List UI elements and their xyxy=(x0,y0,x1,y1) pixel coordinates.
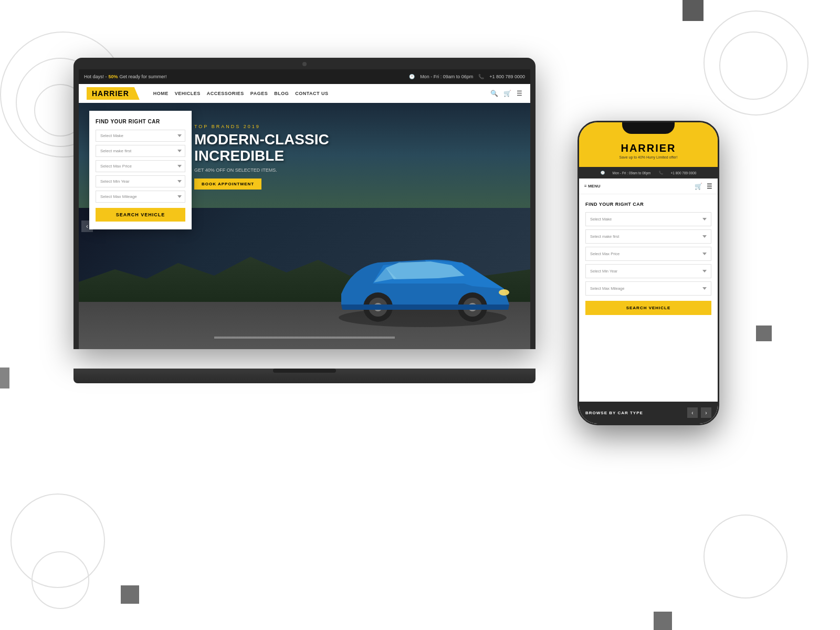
phone-promo: Save up to 40% Hurry Limited offer! xyxy=(620,155,678,159)
deco-rect-2 xyxy=(756,326,772,341)
phone-browse-label: BROWSE BY CAR TYPE xyxy=(585,411,643,415)
hero-description: GET 40% OFF ON SELECTED ITEMS. xyxy=(194,167,329,173)
laptop-body: Hot days! - 50% Get ready for summer! 🕐 … xyxy=(74,58,536,349)
phone-logo: HARRIER xyxy=(621,142,676,154)
phone-browse-bar: BROWSE BY CAR TYPE ‹ › xyxy=(579,402,718,424)
phone-device: HARRIER Save up to 40% Hurry Limited off… xyxy=(578,121,719,425)
phone-menu-label[interactable]: ≡ MENU xyxy=(584,184,600,188)
phone-icon: 📞 xyxy=(478,74,484,79)
cart-icon[interactable]: 🛒 xyxy=(503,90,511,97)
laptop-device: Hot days! - 50% Get ready for summer! 🕐 … xyxy=(74,58,536,383)
hero-text: TOP BRANDS 2019 MODERN-CLASSIC INCREDIBL… xyxy=(194,124,329,190)
laptop-hero: ‹ TOP BRANDS 2019 MODERN-CLASSIC INCREDI… xyxy=(79,103,530,349)
phone-content: FIND YOUR RIGHT CAR Select Make Select m… xyxy=(579,194,718,424)
hero-title-line1: MODERN-CLASSIC INCREDIBLE xyxy=(194,132,329,164)
topbar-promo: Hot days! - 50% Get ready for summer! xyxy=(84,74,167,79)
promo-highlight: 50% xyxy=(109,74,118,79)
phone-prev-arrow[interactable]: ‹ xyxy=(687,407,698,418)
phone-cart-icon[interactable]: 🛒 xyxy=(695,183,702,190)
search-vehicle-button[interactable]: SEARCH VEHICLE xyxy=(96,208,185,222)
phone-clock-icon: 🕐 xyxy=(601,171,605,175)
select-make[interactable]: Select Make xyxy=(96,130,185,142)
promo-suffix: Get ready for summer! xyxy=(120,74,167,79)
select-model[interactable]: Select make first xyxy=(96,145,185,157)
book-appointment-button[interactable]: BOOK APPOINTMENT xyxy=(194,178,261,190)
promo-text: Hot days! - xyxy=(84,74,107,79)
search-form: FIND YOUR RIGHT CAR Select Make Select m… xyxy=(89,111,192,229)
deco-rect-4 xyxy=(121,585,139,604)
select-min-year[interactable]: Select Min Year xyxy=(96,175,185,187)
laptop-base xyxy=(74,369,536,383)
deco-circle-4 xyxy=(704,10,808,116)
nav-blog[interactable]: BLOG xyxy=(274,91,289,96)
phone-screen: HARRIER Save up to 40% Hurry Limited off… xyxy=(579,122,718,424)
nav-contact[interactable]: CONTACT US xyxy=(295,91,328,96)
svg-point-7 xyxy=(499,289,509,296)
laptop-nav: HARRIER HOME VEHICLES ACCESSORIES PAGES … xyxy=(79,84,530,103)
phone-select-make[interactable]: Select Make xyxy=(585,212,711,226)
select-max-mileage[interactable]: Select Max Mileage xyxy=(96,191,185,203)
phone-find-title: FIND YOUR RIGHT CAR xyxy=(585,202,711,207)
phone-select-max-price[interactable]: Select Max Price xyxy=(585,247,711,261)
phone-body: HARRIER Save up to 40% Hurry Limited off… xyxy=(578,121,719,425)
laptop-camera xyxy=(302,62,307,66)
phone-text: +1 800 789 0000 xyxy=(489,74,525,79)
laptop-topbar: Hot days! - 50% Get ready for summer! 🕐 … xyxy=(79,69,530,84)
search-icon[interactable]: 🔍 xyxy=(490,90,498,97)
phone-select-model[interactable]: Select make first xyxy=(585,229,711,244)
phone-select-max-mileage[interactable]: Select Max Mileage xyxy=(585,281,711,296)
hero-subtitle: TOP BRANDS 2019 xyxy=(194,124,329,129)
menu-icon[interactable]: ☰ xyxy=(517,90,522,97)
phone-nav: ≡ MENU 🛒 ☰ xyxy=(579,178,718,194)
deco-rect-1 xyxy=(682,0,704,21)
deco-circle-5 xyxy=(719,32,788,100)
nav-home[interactable]: HOME xyxy=(153,91,169,96)
phone-next-arrow[interactable]: › xyxy=(701,407,711,418)
laptop-nav-links: HOME VEHICLES ACCESSORIES PAGES BLOG CON… xyxy=(153,91,329,96)
deco-circle-8 xyxy=(704,514,788,598)
phone-search-vehicle-button[interactable]: SEARCH VEHICLE xyxy=(585,301,711,315)
laptop-logo[interactable]: HARRIER xyxy=(87,87,140,100)
nav-vehicles[interactable]: VEHICLES xyxy=(175,91,201,96)
nav-accessories[interactable]: ACCESSORIES xyxy=(207,91,244,96)
phone-select-min-year[interactable]: Select Min Year xyxy=(585,264,711,278)
clock-icon: 🕐 xyxy=(409,74,415,79)
phone-hours: Mon - Fri : 09am to 06pm xyxy=(613,171,651,175)
phone-browse-arrows: ‹ › xyxy=(687,407,711,418)
phone-notch xyxy=(622,122,675,134)
deco-rect-3 xyxy=(0,368,9,388)
laptop-nav-icons: 🔍 🛒 ☰ xyxy=(490,90,522,97)
search-form-title: FIND YOUR RIGHT CAR xyxy=(96,119,185,124)
hours-text: Mon - Fri : 09am to 06pm xyxy=(420,74,473,79)
select-max-price[interactable]: Select Max Price xyxy=(96,160,185,172)
phone-hamburger-icon[interactable]: ☰ xyxy=(707,183,712,190)
phone-phone-icon: 📞 xyxy=(659,171,663,175)
deco-circle-6 xyxy=(10,494,105,588)
phone-number: +1 800 789 0000 xyxy=(671,171,697,175)
hero-car-image xyxy=(326,236,520,341)
nav-pages[interactable]: PAGES xyxy=(250,91,268,96)
laptop-screen: Hot days! - 50% Get ready for summer! 🕐 … xyxy=(79,69,530,349)
deco-circle-7 xyxy=(32,551,89,609)
laptop-hinge xyxy=(273,369,336,373)
phone-info-bar: 🕐 Mon - Fri : 09am to 06pm 📞 +1 800 789 … xyxy=(579,167,718,178)
topbar-right: 🕐 Mon - Fri : 09am to 06pm 📞 +1 800 789 … xyxy=(409,74,525,79)
deco-rect-5 xyxy=(654,612,672,630)
